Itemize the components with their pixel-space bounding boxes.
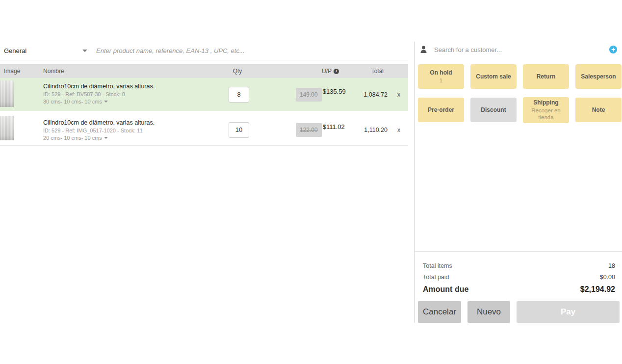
panel-divider xyxy=(414,42,415,323)
row-total: 1,084.72 xyxy=(363,91,388,98)
product-info: Cilindro10cm de diámetro, varias alturas… xyxy=(43,83,155,104)
column-header-unit-price: U/P i xyxy=(322,68,339,75)
note-label: Note xyxy=(592,106,605,114)
current-price: $135.59 xyxy=(323,88,346,95)
category-dropdown-value: General xyxy=(4,47,26,54)
custom-sale-button[interactable]: Custom sale xyxy=(470,64,517,89)
total-paid-label: Total paid xyxy=(423,274,449,281)
add-customer-button[interactable]: + xyxy=(609,46,617,53)
pre-order-button[interactable]: Pre-order xyxy=(418,98,464,122)
shipping-label: Shipping xyxy=(533,99,558,106)
chevron-down-icon xyxy=(82,50,87,52)
chevron-down-icon xyxy=(104,137,108,139)
pos-action-buttons: On hold 1 Custom sale Return Salesperson… xyxy=(418,64,620,123)
cancel-button[interactable]: Cancelar xyxy=(418,301,461,323)
shipping-button[interactable]: Shipping Recoger en tienda xyxy=(523,97,569,123)
product-meta: ID: 529 - Ref: BV587-30 - Stock: 8 xyxy=(43,91,155,97)
unit-price: 149.00 $135.59 xyxy=(296,88,346,102)
amount-due-row: Amount due $2,194.92 xyxy=(423,285,615,294)
current-price: $111.02 xyxy=(323,123,345,130)
qty-input[interactable] xyxy=(229,87,249,103)
total-paid-row: Total paid $0.00 xyxy=(423,274,615,281)
on-hold-count: 1 xyxy=(440,77,442,84)
totals-divider xyxy=(415,251,622,252)
chevron-down-icon xyxy=(104,101,108,103)
product-variant-dropdown[interactable]: 30 cms- 10 cms- 10 cms xyxy=(43,99,155,104)
product-image xyxy=(0,80,14,107)
cart-table-header: Image Nombre Qty U/P i Total xyxy=(0,64,408,78)
column-header-image: Image xyxy=(4,68,20,75)
product-name: Cilindro10cm de diámetro, varias alturas… xyxy=(43,83,155,90)
person-icon xyxy=(420,46,427,53)
remove-item-button[interactable]: x xyxy=(395,91,402,98)
new-order-button[interactable]: Nuevo xyxy=(467,301,510,323)
remove-item-button[interactable]: x xyxy=(395,127,402,133)
pre-order-label: Pre-order xyxy=(428,106,454,114)
customer-search-bar: + xyxy=(420,43,617,56)
on-hold-label: On hold xyxy=(430,69,452,77)
total-items-row: Total items 18 xyxy=(423,262,615,269)
shipping-method-label: Recoger en tienda xyxy=(525,107,567,121)
product-info: Cilindro10cm de diámetro, varias alturas… xyxy=(43,119,155,141)
order-totals: Total items 18 Total paid $0.00 Amount d… xyxy=(423,262,615,298)
product-variant-dropdown[interactable]: 20 cms- 10 cms- 10 cms xyxy=(43,135,155,141)
custom-sale-label: Custom sale xyxy=(476,73,511,80)
cart-row: Cilindro10cm de diámetro, varias alturas… xyxy=(0,114,408,146)
note-button[interactable]: Note xyxy=(575,98,622,122)
product-image xyxy=(0,116,14,140)
unit-price-label: U/P xyxy=(322,68,332,75)
total-items-label: Total items xyxy=(423,262,452,269)
product-variant-label: 20 cms- 10 cms- 10 cms xyxy=(43,135,102,141)
product-variant-label: 30 cms- 10 cms- 10 cms xyxy=(43,99,102,104)
info-icon[interactable]: i xyxy=(334,69,339,74)
category-dropdown[interactable]: General xyxy=(0,47,87,54)
product-search-bar: General xyxy=(0,42,408,60)
salesperson-button[interactable]: Salesperson xyxy=(575,64,622,89)
column-header-total: Total xyxy=(349,68,384,75)
product-search-input[interactable] xyxy=(95,47,352,55)
pay-button[interactable]: Pay xyxy=(517,301,620,323)
customer-search-input[interactable] xyxy=(433,46,609,54)
product-name: Cilindro10cm de diámetro, varias alturas… xyxy=(43,119,155,126)
total-items-value: 18 xyxy=(608,262,615,269)
checkout-actions: Cancelar Nuevo Pay xyxy=(418,301,620,323)
unit-price: 122.00 $111.02 xyxy=(296,123,345,137)
old-price: 122.00 xyxy=(296,123,322,137)
discount-label: Discount xyxy=(481,106,506,114)
amount-due-value: $2,194.92 xyxy=(580,285,615,294)
row-total: 1,110.20 xyxy=(364,127,388,133)
amount-due-label: Amount due xyxy=(423,285,468,294)
discount-button[interactable]: Discount xyxy=(470,98,517,122)
return-button[interactable]: Return xyxy=(523,64,569,89)
on-hold-button[interactable]: On hold 1 xyxy=(418,64,464,89)
cart-row: Cilindro10cm de diámetro, varias alturas… xyxy=(0,78,408,111)
column-header-name: Nombre xyxy=(43,68,64,75)
salesperson-label: Salesperson xyxy=(581,73,616,80)
product-meta: ID: 529 - Ref: IMG_0517-1020 - Stock: 11 xyxy=(43,128,155,133)
qty-input[interactable] xyxy=(229,122,249,138)
return-label: Return xyxy=(537,73,556,80)
old-price: 149.00 xyxy=(296,88,322,102)
column-header-qty: Qty xyxy=(226,68,249,75)
total-paid-value: $0.00 xyxy=(600,274,615,281)
